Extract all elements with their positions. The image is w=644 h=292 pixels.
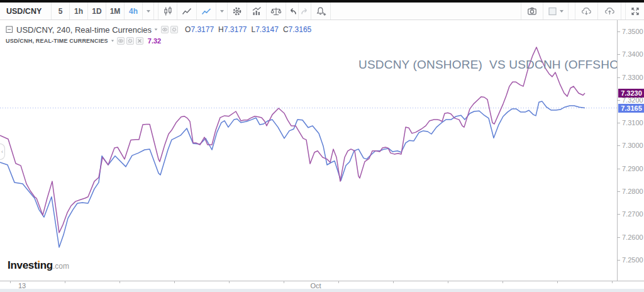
overlay-settings-button[interactable] xyxy=(126,37,134,45)
time-tick xyxy=(119,281,120,283)
chart-toolbar: USD/CNY 5 1h 1D 1M 4h xyxy=(0,3,644,20)
last-price-badge-usdcnh: 7.3230 xyxy=(618,89,644,98)
redo-icon xyxy=(299,6,311,17)
gear-icon xyxy=(172,27,177,32)
add-alert-button[interactable] xyxy=(311,3,331,20)
area-chart-icon xyxy=(181,6,192,17)
line-chart-button[interactable] xyxy=(197,3,216,20)
price-tick-label: 7.2700 xyxy=(622,210,643,218)
symbol-search-box[interactable]: USD/CNY xyxy=(0,3,52,20)
bottom-strip xyxy=(0,289,644,292)
area-chart-button[interactable] xyxy=(177,3,197,20)
hide-overlay-button[interactable] xyxy=(117,37,125,45)
usdcnh-series-line xyxy=(0,47,585,233)
logo-dotted-i: ı xyxy=(37,259,40,271)
ohlc-values: O7.3177 H7.3177 L7.3147 C7.3165 xyxy=(185,25,316,34)
price-tick-label: 7.2500 xyxy=(622,256,643,264)
logo-text: ng xyxy=(40,259,53,271)
gear-icon xyxy=(231,6,243,17)
price-tick xyxy=(618,54,620,55)
chart-legend: USD/CNY, 240, Real-time Currencies O7.31… xyxy=(6,25,316,45)
price-tick-label: 7.2800 xyxy=(622,188,643,195)
compare-button[interactable] xyxy=(267,3,286,20)
eye-icon xyxy=(118,38,123,43)
price-tick xyxy=(618,100,620,101)
last-price-badge-usdcny: 7.3165 xyxy=(618,104,644,113)
interval-1m-button[interactable]: 1M xyxy=(106,3,125,20)
fullscreen-icon xyxy=(630,6,641,17)
line-chart-icon xyxy=(201,6,212,17)
candlestick-icon xyxy=(162,6,174,17)
series-settings-button[interactable] xyxy=(170,26,178,33)
save-layout-button[interactable] xyxy=(598,3,621,20)
interval-dropdown-button[interactable] xyxy=(143,3,154,20)
time-tick xyxy=(393,281,394,283)
time-tick xyxy=(65,281,65,283)
drawing-toolbar-handle[interactable]: ‹ xyxy=(0,143,5,160)
legend-main-series-row: USD/CNY, 240, Real-time Currencies O7.31… xyxy=(6,25,316,35)
interval-5-button[interactable]: 5 xyxy=(52,3,70,20)
overlay-last-value: 7.32 xyxy=(148,37,161,45)
undo-icon xyxy=(287,6,298,17)
price-tick-label: 7.3000 xyxy=(622,142,643,149)
open-label: O xyxy=(185,25,191,34)
interval-1d-button[interactable]: 1D xyxy=(88,3,106,20)
main-series-title[interactable]: USD/CNY, 240, Real-time Currencies xyxy=(16,25,152,35)
interval-1h-button[interactable]: 1h xyxy=(70,3,88,20)
time-tick xyxy=(174,281,175,283)
price-tick xyxy=(618,191,620,192)
chevron-down-icon[interactable] xyxy=(111,40,114,42)
time-axis[interactable]: 13Oct xyxy=(0,281,644,289)
eye-icon xyxy=(162,27,167,32)
price-tick-label: 7.2900 xyxy=(622,165,643,172)
overlay-series-title[interactable]: USD/CNH, REAL-TIME CURRENCIES xyxy=(6,38,108,44)
load-layout-button[interactable] xyxy=(575,3,598,20)
price-tick-label: 7.3100 xyxy=(622,119,643,126)
high-value: 7.3177 xyxy=(224,25,247,34)
undo-button[interactable] xyxy=(286,3,299,20)
time-tick xyxy=(10,281,11,283)
chart-settings-button[interactable] xyxy=(228,3,247,20)
time-tick xyxy=(229,281,230,283)
time-tick xyxy=(557,281,558,283)
fullscreen-button[interactable] xyxy=(625,3,644,20)
price-tick xyxy=(618,214,620,215)
usdcny-series-line xyxy=(0,101,585,247)
time-tick xyxy=(284,281,284,283)
background-color-button[interactable] xyxy=(543,3,569,20)
indicators-button[interactable] xyxy=(247,3,267,20)
price-tick xyxy=(618,237,620,238)
indicators-icon xyxy=(251,6,262,17)
collapse-icon[interactable] xyxy=(6,26,13,33)
snapshot-button[interactable] xyxy=(521,3,543,20)
cloud-upload-icon xyxy=(604,6,616,17)
time-tick xyxy=(338,281,339,283)
chart-text-annotation: USDCNY (ONSHORE) VS USDCNH (OFFSHORE) xyxy=(358,58,640,72)
open-value: 7.3177 xyxy=(191,25,214,34)
legend-overlay-series-row: USD/CNH, REAL-TIME CURRENCIES 7.32 xyxy=(6,36,316,45)
price-tick xyxy=(618,123,620,123)
time-tick xyxy=(502,281,503,283)
price-axis[interactable]: 7.35007.34007.33007.32007.31007.30007.29… xyxy=(617,20,644,281)
low-value: 7.3147 xyxy=(255,25,279,34)
compare-scales-icon xyxy=(270,6,282,17)
price-tick-label: 7.3300 xyxy=(622,74,643,81)
gear-icon xyxy=(128,38,133,43)
hide-series-button[interactable] xyxy=(161,26,169,33)
color-swatch-icon xyxy=(548,6,558,17)
high-label: H xyxy=(218,25,224,34)
candlestick-chart-button[interactable] xyxy=(158,3,177,20)
interval-4h-button[interactable]: 4h xyxy=(125,3,143,20)
investing-logo[interactable]: Investıng.com xyxy=(8,259,69,272)
time-tick xyxy=(448,281,448,283)
price-tick-label: 7.2600 xyxy=(622,233,643,241)
chart-style-dropdown-button[interactable] xyxy=(216,3,228,20)
chevron-down-icon xyxy=(147,10,150,13)
logo-suffix: .com xyxy=(53,262,69,271)
logo-text: Invest xyxy=(8,259,37,271)
time-tick xyxy=(612,281,613,283)
chevron-down-icon[interactable] xyxy=(155,28,158,30)
chevron-down-icon xyxy=(220,10,224,13)
remove-overlay-button[interactable] xyxy=(136,37,143,45)
redo-button[interactable] xyxy=(299,3,311,20)
